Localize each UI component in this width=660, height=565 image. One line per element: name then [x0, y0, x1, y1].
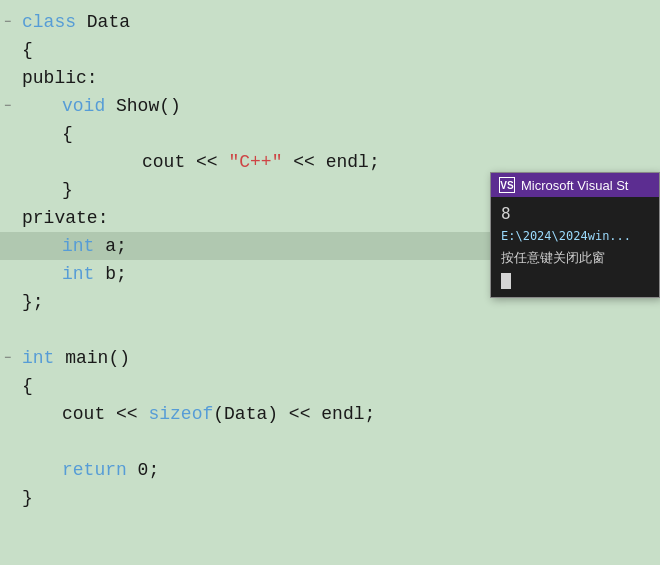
code-line: −int main(): [0, 344, 500, 372]
token: ;: [365, 400, 376, 428]
collapse-icon[interactable]: −: [4, 8, 22, 36]
token: <<: [185, 148, 228, 176]
token: int: [62, 260, 94, 288]
token: int: [62, 232, 94, 260]
token: main(): [54, 344, 130, 372]
token: int: [22, 344, 54, 372]
editor-area: −class Data{public:−void Show(){cout << …: [0, 0, 660, 565]
output-popup: VS Microsoft Visual St 8 E:\2024\2024win…: [490, 172, 660, 298]
code-line: cout << sizeof(Data) << endl;: [0, 400, 500, 428]
code-line: int a;: [0, 232, 500, 260]
token: endl: [326, 148, 369, 176]
token: }: [62, 176, 73, 204]
code-line: cout << "C++" << endl;: [0, 148, 500, 176]
code-block: −class Data{public:−void Show(){cout << …: [0, 8, 500, 512]
code-line: −void Show(): [0, 92, 500, 120]
token: }: [22, 484, 33, 512]
token: {: [62, 120, 73, 148]
token: return: [62, 456, 127, 484]
popup-title: Microsoft Visual St: [521, 178, 628, 193]
token: cout: [142, 148, 185, 176]
collapse-icon[interactable]: −: [4, 344, 22, 372]
token: b;: [94, 260, 126, 288]
code-line: return 0;: [0, 456, 500, 484]
popup-titlebar: VS Microsoft Visual St: [491, 173, 659, 197]
token: class: [22, 8, 87, 36]
code-line: }: [0, 484, 500, 512]
token: :: [87, 64, 98, 92]
token: cout: [62, 400, 105, 428]
output-cursor: [501, 269, 649, 291]
code-line: public:: [0, 64, 500, 92]
token: <<: [282, 148, 325, 176]
token: {: [22, 36, 33, 64]
token: "C++": [228, 148, 282, 176]
code-line: −class Data: [0, 8, 500, 36]
token: Data: [87, 8, 130, 36]
token: };: [22, 288, 44, 316]
code-line: };: [0, 288, 500, 316]
token: :: [98, 204, 109, 232]
output-number: 8: [501, 203, 649, 225]
token: (Data) <<: [213, 400, 321, 428]
vs-icon: VS: [499, 177, 515, 193]
token: a;: [94, 232, 126, 260]
token: endl: [321, 400, 364, 428]
token: sizeof: [148, 400, 213, 428]
output-prompt: 按任意键关闭此窗: [501, 247, 649, 269]
token: void: [62, 92, 105, 120]
token: Show(): [105, 92, 181, 120]
token: <<: [105, 400, 148, 428]
token: public: [22, 64, 87, 92]
code-line: }: [0, 176, 500, 204]
code-line: {: [0, 120, 500, 148]
token: {: [22, 372, 33, 400]
code-line: {: [0, 36, 500, 64]
code-line: int b;: [0, 260, 500, 288]
code-line: {: [0, 372, 500, 400]
code-line: [0, 316, 500, 344]
popup-content: 8 E:\2024\2024win... 按任意键关闭此窗: [491, 197, 659, 297]
collapse-icon[interactable]: −: [4, 92, 22, 120]
token: ;: [369, 148, 380, 176]
output-path: E:\2024\2024win...: [501, 225, 649, 247]
token: private: [22, 204, 98, 232]
code-line: private:: [0, 204, 500, 232]
code-line: [0, 428, 500, 456]
token: 0;: [127, 456, 159, 484]
